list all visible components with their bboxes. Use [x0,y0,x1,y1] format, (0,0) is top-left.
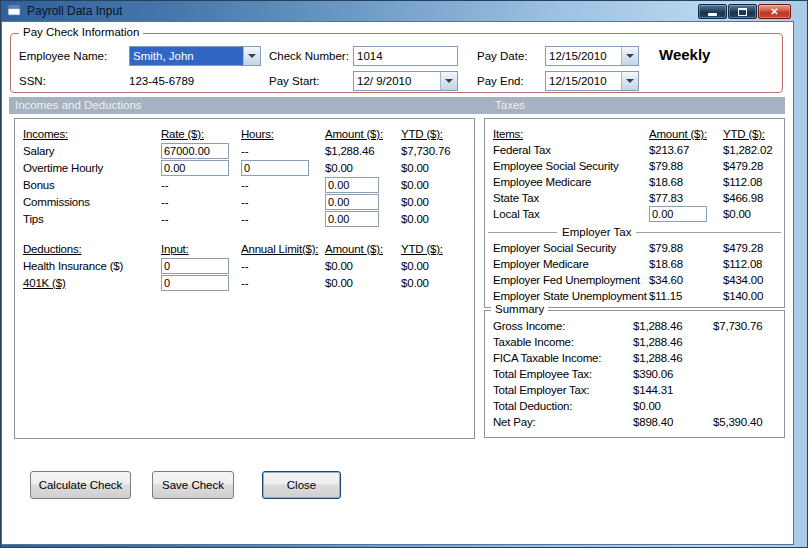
titlebar: Payroll Data Input ✕ [0,0,808,22]
bonus-hours-value: -- [241,177,248,193]
taxes-section-title: Taxes [495,97,525,114]
401k-limit-value: -- [241,275,248,291]
health-insurance-input[interactable] [161,258,229,274]
column-header: YTD ($): [723,126,765,142]
employee-name-value: Smith, John [130,47,243,65]
chevron-down-icon [248,54,256,58]
income-label-tips: Tips [23,211,44,227]
tax-label-local: Local Tax [493,206,540,222]
table-row: Commissions----$0.00 [15,194,474,211]
column-header: Amount ($): [325,241,383,257]
summary-panel: Summary Gross Income:$1,288.46$7,730.76T… [484,310,785,438]
check-number-input[interactable] [353,46,458,66]
summary-label-gross-income: Gross Income: [493,318,565,334]
salary-rate-input[interactable] [161,143,229,159]
tips-rate-value: -- [161,211,168,227]
chevron-down-icon [445,79,453,83]
deduction-link-401k[interactable]: 401K ($) [23,275,66,291]
table-row: Employee Medicare$18.68$112.08 [485,174,784,190]
employer-medicare-ytd: $112.08 [723,256,762,272]
taxes-panel: Items:Amount ($):YTD ($):Federal Tax$213… [484,118,785,308]
employee-ss-amount: $79.88 [649,158,683,174]
pay-date-value: 12/15/2010 [546,47,621,65]
commissions-ytd-value: $0.00 [401,194,429,210]
table-row: State Tax$77.83$466.98 [485,190,784,206]
table-row: Federal Tax$213.67$1,282.02 [485,142,784,158]
bonus-ytd-value: $0.00 [401,177,429,193]
gross-income-ytd: $7,730.76 [713,318,762,334]
calculate-check-button[interactable]: Calculate Check [30,471,131,499]
pay-start-dropdown-button[interactable] [440,72,457,90]
tips-ytd-value: $0.00 [401,211,429,227]
tax-label-employee-ss: Employee Social Security [493,158,619,174]
local-tax-ytd: $0.00 [723,206,751,222]
overtime-hours-input[interactable] [241,160,309,176]
overtime-amount-value: $0.00 [325,160,353,176]
summary-label-net-pay: Net Pay: [493,414,536,430]
employee-ss-ytd: $479.28 [723,158,763,174]
column-header: Input: [161,241,189,257]
401k-input[interactable] [161,275,229,291]
summary-label-total-employee-tax: Total Employee Tax: [493,366,592,382]
ssn-label: SSN: [19,74,46,88]
total-employer-tax-value: $144.31 [633,382,673,398]
employee-name-dropdown-button[interactable] [243,47,260,65]
incomes-deductions-panel: Incomes:Rate ($):Hours:Amount ($):YTD ($… [14,118,475,439]
total-employee-tax-value: $390.06 [633,366,673,382]
table-row: Gross Income:$1,288.46$7,730.76 [485,318,784,334]
table-row: Employer Fed Unemployment$34.60$434.00 [485,272,784,288]
window-title: Payroll Data Input [27,0,122,22]
column-header: YTD ($): [401,126,443,142]
employer-tax-divider: Employer Tax [485,224,784,240]
salary-ytd-value: $7,730.76 [401,143,450,159]
close-button[interactable]: Close [262,471,341,499]
tax-label-employer-medicare: Employer Medicare [493,256,589,272]
chevron-down-icon [626,54,634,58]
pay-start-picker[interactable]: 12/ 9/2010 [353,71,458,91]
commissions-amount-input[interactable] [325,194,379,210]
overtime-rate-input[interactable] [161,160,229,176]
table-row: Local Tax$0.00 [485,206,784,222]
tax-label-state: State Tax [493,190,539,206]
column-header: Items: [493,126,523,142]
pay-date-dropdown-button[interactable] [621,47,638,65]
pay-end-picker[interactable]: 12/15/2010 [545,71,639,91]
pay-start-label: Pay Start: [269,74,320,88]
paycheck-info-legend: Pay Check Information [19,26,143,38]
table-row: Net Pay:$898.40$5,390.40 [485,414,784,430]
gross-income-value: $1,288.46 [633,318,682,334]
save-check-button[interactable]: Save Check [152,471,234,499]
close-window-button[interactable]: ✕ [758,4,791,19]
salary-amount-value: $1,288.46 [325,143,374,159]
pay-end-dropdown-button[interactable] [621,72,638,90]
maximize-button[interactable] [728,4,757,19]
employer-fed-unemployment-amount: $34.60 [649,272,683,288]
deduction-label-health-insurance: Health Insurance ($) [23,258,123,274]
employee-name-select[interactable]: Smith, John [129,46,261,66]
employee-name-label: Employee Name: [19,49,107,63]
table-row: Total Deduction:$0.00 [485,398,784,414]
table-row: Health Insurance ($)--$0.00$0.00 [15,258,474,275]
column-header: Amount ($): [649,126,707,142]
employer-state-unemployment-amount: $11.15 [649,288,682,304]
tips-amount-input[interactable] [325,211,379,227]
employee-medicare-amount: $18.68 [649,174,683,190]
ssn-value: 123-45-6789 [129,74,194,88]
pay-date-picker[interactable]: 12/15/2010 [545,46,639,66]
pay-date-label: Pay Date: [477,49,528,63]
table-row: Employer State Unemployment$11.15$140.00 [485,288,784,304]
summary-label-taxable-income: Taxable Income: [493,334,574,350]
401k-ytd-value: $0.00 [401,275,429,291]
bonus-amount-input[interactable] [325,177,379,193]
minimize-button[interactable] [698,4,727,19]
local-tax-input[interactable] [649,206,707,222]
table-row: Salary--$1,288.46$7,730.76 [15,143,474,160]
commissions-rate-value: -- [161,194,168,210]
tax-label-employee-medicare: Employee Medicare [493,174,591,190]
table-row: 401K ($)--$0.00$0.00 [15,275,474,292]
minimize-icon [708,13,717,16]
table-row: Total Employer Tax:$144.31 [485,382,784,398]
header-row: Items:Amount ($):YTD ($): [485,126,784,142]
dialog-content: Pay Check Information Employee Name: Smi… [2,22,793,544]
health-insurance-limit-value: -- [241,258,248,274]
